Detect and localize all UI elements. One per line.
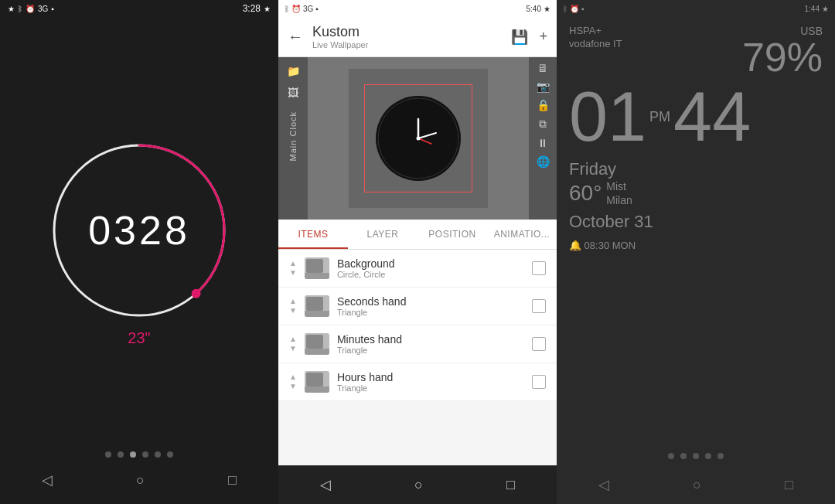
- item-arrows-2[interactable]: ▲ ▼: [289, 298, 297, 315]
- mid-home-nav[interactable]: ○: [414, 477, 423, 493]
- item-arrows-3[interactable]: ▲ ▼: [289, 335, 297, 352]
- camera-icon[interactable]: 📷: [537, 80, 550, 93]
- right-alarm: 🔔 08:30 MON: [569, 240, 823, 251]
- right-dot-4[interactable]: [705, 453, 711, 459]
- analog-clock-svg: [376, 96, 461, 181]
- left-dot-6[interactable]: [167, 451, 173, 458]
- folder-icon[interactable]: 📁: [284, 62, 303, 80]
- left-dot-1[interactable]: [105, 451, 111, 458]
- up-arrow-1[interactable]: ▲: [289, 260, 297, 267]
- mid-nav-bar: ◁ ○ □: [278, 465, 557, 504]
- lock-icon[interactable]: 🔒: [537, 99, 550, 111]
- mid-back-nav[interactable]: ◁: [320, 476, 331, 493]
- right-recents-button[interactable]: □: [785, 477, 793, 493]
- right-carrier-line2: vodafone IT: [569, 38, 622, 49]
- list-item[interactable]: ▲ ▼ Minutes hand Triangle: [278, 325, 557, 363]
- mid-add-button[interactable]: +: [539, 29, 547, 45]
- up-arrow-4[interactable]: ▲: [289, 373, 297, 381]
- left-dot-3[interactable]: [130, 451, 136, 458]
- item-checkbox-2[interactable]: [532, 299, 546, 313]
- right-dot-3[interactable]: [693, 453, 699, 459]
- item-subtitle-4: Triangle: [337, 383, 524, 393]
- item-text-3: Minutes hand Triangle: [337, 333, 524, 355]
- monitor-icon[interactable]: 🖥: [537, 62, 548, 74]
- down-arrow-1[interactable]: ▼: [289, 269, 297, 277]
- left-dot-2[interactable]: [118, 451, 124, 458]
- left-recents-button[interactable]: □: [228, 472, 237, 489]
- down-arrow-4[interactable]: ▼: [289, 383, 297, 390]
- mid-canvas[interactable]: [308, 57, 529, 220]
- item-arrows-1[interactable]: ▲ ▼: [289, 260, 297, 277]
- left-clock-status: 3:28: [243, 3, 261, 14]
- layers-icon[interactable]: ⧉: [539, 117, 547, 131]
- right-date-block: Friday 60° Mist Milan: [569, 159, 823, 207]
- left-star-icon: ★: [8, 5, 15, 13]
- list-item[interactable]: ▲ ▼ Hours hand Triangle: [278, 363, 557, 401]
- tab-animation[interactable]: ANIMATIO...: [487, 220, 557, 249]
- mid-status-star: ★: [544, 5, 550, 13]
- item-icon-2: [305, 295, 329, 317]
- down-arrow-2[interactable]: ▼: [289, 307, 297, 315]
- mid-status-left: ᛒ ⏰ 3G ▪: [285, 5, 319, 13]
- mid-back-button[interactable]: ←: [288, 28, 303, 46]
- item-checkbox-4[interactable]: [532, 375, 546, 389]
- tab-items[interactable]: ITEMS: [278, 220, 348, 249]
- left-dot-4[interactable]: [142, 451, 148, 458]
- right-home-button[interactable]: ○: [693, 477, 701, 493]
- left-signal-icon: 3G: [38, 5, 48, 13]
- mid-header: ← Kustom Live Wallpaper 💾 +: [278, 17, 557, 57]
- globe-icon[interactable]: 🌐: [537, 155, 550, 168]
- item-text-2: Seconds hand Triangle: [337, 295, 524, 317]
- left-bt-icon: ᛒ: [18, 5, 22, 13]
- mid-save-button[interactable]: 💾: [511, 29, 528, 46]
- right-back-button[interactable]: ◁: [598, 476, 609, 493]
- list-item[interactable]: ▲ ▼ Seconds hand Triangle: [278, 288, 557, 325]
- right-minute: 44: [673, 82, 751, 152]
- mid-tabs: ITEMS LAYER POSITION ANIMATIO...: [278, 220, 557, 250]
- tab-layer[interactable]: LAYER: [348, 220, 418, 249]
- mid-right-toolbar: 🖥 📷 🔒 ⧉ ⏸ 🌐: [529, 57, 557, 220]
- item-checkbox-1[interactable]: [532, 261, 546, 275]
- left-back-button[interactable]: ◁: [42, 472, 53, 489]
- right-nav-dots: [557, 453, 835, 459]
- right-dot-5[interactable]: [717, 453, 724, 459]
- item-title-3: Minutes hand: [337, 333, 524, 346]
- image-icon[interactable]: 🖼: [285, 83, 302, 102]
- right-dot-2[interactable]: [680, 453, 687, 459]
- mid-recents-nav[interactable]: □: [506, 477, 515, 493]
- item-title-4: Hours hand: [337, 371, 524, 383]
- right-left-col: HSPA+ vodafone IT: [569, 25, 622, 51]
- left-panel: ★ ᛒ ⏰ 3G ▪ 3:28 ★ 0328 23": [0, 0, 278, 504]
- right-signal-icon: ▪: [581, 5, 584, 13]
- right-alarm-icon: ⏰: [570, 5, 579, 13]
- analog-clock-widget: [376, 96, 461, 181]
- item-arrows-4[interactable]: ▲ ▼: [289, 373, 297, 390]
- svg-point-7: [417, 137, 421, 141]
- right-weekday: Friday: [569, 159, 823, 179]
- right-dot-1[interactable]: [668, 453, 674, 459]
- pause-icon[interactable]: ⏸: [537, 137, 548, 149]
- left-nav-dots: [105, 451, 173, 458]
- left-alarm-icon: ⏰: [26, 5, 35, 13]
- list-item[interactable]: ▲ ▼ Background Circle, Circle: [278, 250, 557, 288]
- left-status-right: 3:28 ★: [243, 3, 271, 14]
- right-status-star: ★: [822, 5, 829, 13]
- mid-header-actions: 💾 +: [511, 29, 547, 46]
- item-title-2: Seconds hand: [337, 295, 524, 308]
- left-home-button[interactable]: ○: [136, 472, 145, 489]
- item-icon-3: [305, 333, 329, 355]
- right-alarm-day: MON: [612, 240, 636, 251]
- up-arrow-2[interactable]: ▲: [289, 298, 297, 305]
- left-dot-5[interactable]: [155, 451, 161, 458]
- tab-position[interactable]: POSITION: [418, 220, 487, 249]
- up-arrow-3[interactable]: ▲: [289, 335, 297, 343]
- down-arrow-3[interactable]: ▼: [289, 345, 297, 352]
- canvas-inner: [349, 69, 488, 208]
- right-status-bar: ᛒ ⏰ ▪ 1:44 ★: [557, 0, 835, 17]
- left-clock-ring: 0328: [46, 138, 232, 323]
- item-checkbox-3[interactable]: [532, 337, 546, 351]
- right-hour: 01: [569, 82, 646, 152]
- right-time-block: 01 PM 44: [569, 82, 823, 152]
- sidebar-label: Main Clock: [288, 111, 298, 161]
- left-status-bar: ★ ᛒ ⏰ 3G ▪ 3:28 ★: [0, 0, 278, 17]
